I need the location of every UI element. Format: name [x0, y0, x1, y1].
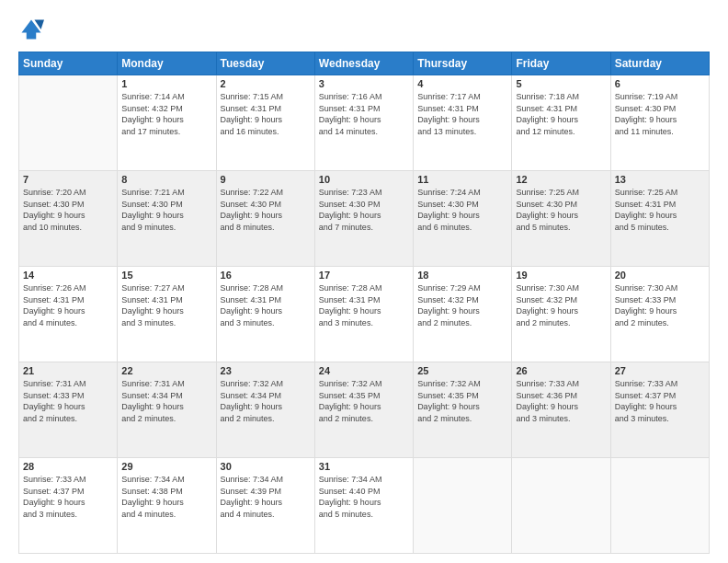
day-info: Sunrise: 7:15 AMSunset: 4:31 PMDaylight:…: [221, 91, 311, 137]
calendar-cell: 31Sunrise: 7:34 AMSunset: 4:40 PMDayligh…: [314, 458, 413, 554]
weekday-header-friday: Friday: [512, 52, 610, 75]
weekday-header-row: SundayMondayTuesdayWednesdayThursdayFrid…: [19, 52, 710, 75]
day-number: 19: [516, 270, 606, 281]
day-number: 7: [23, 174, 113, 185]
calendar-cell: 2Sunrise: 7:15 AMSunset: 4:31 PMDaylight…: [216, 75, 314, 171]
weekday-header-monday: Monday: [118, 52, 216, 75]
day-info: Sunrise: 7:25 AMSunset: 4:31 PMDaylight:…: [615, 187, 705, 233]
calendar-cell: 5Sunrise: 7:18 AMSunset: 4:31 PMDaylight…: [512, 75, 610, 171]
day-number: 15: [121, 270, 211, 281]
calendar-cell: 29Sunrise: 7:34 AMSunset: 4:38 PMDayligh…: [118, 458, 216, 554]
day-info: Sunrise: 7:33 AMSunset: 4:37 PMDaylight:…: [23, 474, 113, 520]
calendar-cell: [414, 458, 512, 554]
day-info: Sunrise: 7:30 AMSunset: 4:32 PMDaylight:…: [516, 282, 606, 328]
weekday-header-wednesday: Wednesday: [314, 52, 413, 75]
day-number: 16: [221, 270, 311, 281]
day-info: Sunrise: 7:31 AMSunset: 4:33 PMDaylight:…: [23, 378, 113, 424]
weekday-header-tuesday: Tuesday: [216, 52, 314, 75]
calendar-cell: 4Sunrise: 7:17 AMSunset: 4:31 PMDaylight…: [414, 75, 512, 171]
calendar-cell: 19Sunrise: 7:30 AMSunset: 4:32 PMDayligh…: [512, 267, 610, 362]
day-number: 10: [319, 174, 409, 185]
calendar-cell: 22Sunrise: 7:31 AMSunset: 4:34 PMDayligh…: [118, 362, 216, 458]
calendar-week-row: 1Sunrise: 7:14 AMSunset: 4:32 PMDaylight…: [19, 75, 710, 171]
calendar-cell: 12Sunrise: 7:25 AMSunset: 4:30 PMDayligh…: [512, 171, 610, 267]
day-info: Sunrise: 7:32 AMSunset: 4:34 PMDaylight:…: [221, 378, 311, 424]
day-info: Sunrise: 7:28 AMSunset: 4:31 PMDaylight:…: [221, 282, 311, 328]
calendar-cell: 23Sunrise: 7:32 AMSunset: 4:34 PMDayligh…: [216, 362, 314, 458]
day-number: 2: [221, 78, 311, 89]
calendar-cell: 25Sunrise: 7:32 AMSunset: 4:35 PMDayligh…: [414, 362, 512, 458]
day-info: Sunrise: 7:28 AMSunset: 4:31 PMDaylight:…: [319, 282, 409, 328]
day-info: Sunrise: 7:29 AMSunset: 4:32 PMDaylight:…: [417, 282, 507, 328]
calendar-cell: 30Sunrise: 7:34 AMSunset: 4:39 PMDayligh…: [216, 458, 314, 554]
day-number: 18: [417, 270, 507, 281]
day-info: Sunrise: 7:18 AMSunset: 4:31 PMDaylight:…: [516, 91, 606, 137]
calendar-cell: 9Sunrise: 7:22 AMSunset: 4:30 PMDaylight…: [216, 171, 314, 267]
day-info: Sunrise: 7:32 AMSunset: 4:35 PMDaylight:…: [319, 378, 409, 424]
day-number: 20: [615, 270, 705, 281]
day-info: Sunrise: 7:34 AMSunset: 4:38 PMDaylight:…: [121, 474, 211, 520]
day-info: Sunrise: 7:32 AMSunset: 4:35 PMDaylight:…: [417, 378, 507, 424]
day-info: Sunrise: 7:17 AMSunset: 4:31 PMDaylight:…: [417, 91, 507, 137]
calendar-cell: [19, 75, 118, 171]
day-number: 23: [221, 365, 311, 376]
day-info: Sunrise: 7:33 AMSunset: 4:36 PMDaylight:…: [516, 378, 606, 424]
day-number: 26: [516, 365, 606, 376]
day-info: Sunrise: 7:34 AMSunset: 4:40 PMDaylight:…: [319, 474, 409, 520]
day-info: Sunrise: 7:21 AMSunset: 4:30 PMDaylight:…: [121, 187, 211, 233]
calendar-cell: 16Sunrise: 7:28 AMSunset: 4:31 PMDayligh…: [216, 267, 314, 362]
calendar-cell: 27Sunrise: 7:33 AMSunset: 4:37 PMDayligh…: [610, 362, 709, 458]
calendar-cell: [610, 458, 709, 554]
calendar-cell: 1Sunrise: 7:14 AMSunset: 4:32 PMDaylight…: [118, 75, 216, 171]
calendar-cell: 21Sunrise: 7:31 AMSunset: 4:33 PMDayligh…: [19, 362, 118, 458]
calendar-cell: 13Sunrise: 7:25 AMSunset: 4:31 PMDayligh…: [610, 171, 709, 267]
day-info: Sunrise: 7:25 AMSunset: 4:30 PMDaylight:…: [516, 187, 606, 233]
day-number: 4: [417, 78, 507, 89]
calendar-week-row: 21Sunrise: 7:31 AMSunset: 4:33 PMDayligh…: [19, 362, 710, 458]
day-number: 30: [221, 461, 311, 472]
calendar-cell: 28Sunrise: 7:33 AMSunset: 4:37 PMDayligh…: [19, 458, 118, 554]
day-number: 21: [23, 365, 113, 376]
calendar-cell: [512, 458, 610, 554]
logo: [18, 17, 48, 42]
day-number: 11: [417, 174, 507, 185]
calendar-cell: 7Sunrise: 7:20 AMSunset: 4:30 PMDaylight…: [19, 171, 118, 267]
day-number: 9: [221, 174, 311, 185]
calendar-cell: 15Sunrise: 7:27 AMSunset: 4:31 PMDayligh…: [118, 267, 216, 362]
day-number: 13: [615, 174, 705, 185]
day-number: 17: [319, 270, 409, 281]
calendar-cell: 20Sunrise: 7:30 AMSunset: 4:33 PMDayligh…: [610, 267, 709, 362]
day-number: 12: [516, 174, 606, 185]
day-info: Sunrise: 7:20 AMSunset: 4:30 PMDaylight:…: [23, 187, 113, 233]
day-number: 14: [23, 270, 113, 281]
calendar-cell: 6Sunrise: 7:19 AMSunset: 4:30 PMDaylight…: [610, 75, 709, 171]
weekday-header-sunday: Sunday: [19, 52, 118, 75]
day-number: 1: [121, 78, 211, 89]
logo-icon: [18, 17, 44, 42]
day-number: 5: [516, 78, 606, 89]
day-info: Sunrise: 7:23 AMSunset: 4:30 PMDaylight:…: [319, 187, 409, 233]
calendar-cell: 24Sunrise: 7:32 AMSunset: 4:35 PMDayligh…: [314, 362, 413, 458]
calendar-cell: 26Sunrise: 7:33 AMSunset: 4:36 PMDayligh…: [512, 362, 610, 458]
calendar-week-row: 14Sunrise: 7:26 AMSunset: 4:31 PMDayligh…: [19, 267, 710, 362]
page: SundayMondayTuesdayWednesdayThursdayFrid…: [0, 0, 728, 563]
calendar-cell: 10Sunrise: 7:23 AMSunset: 4:30 PMDayligh…: [314, 171, 413, 267]
calendar-table: SundayMondayTuesdayWednesdayThursdayFrid…: [18, 52, 710, 554]
day-info: Sunrise: 7:14 AMSunset: 4:32 PMDaylight:…: [121, 91, 211, 137]
calendar-cell: 14Sunrise: 7:26 AMSunset: 4:31 PMDayligh…: [19, 267, 118, 362]
day-info: Sunrise: 7:19 AMSunset: 4:30 PMDaylight:…: [615, 91, 705, 137]
day-number: 31: [319, 461, 409, 472]
day-info: Sunrise: 7:26 AMSunset: 4:31 PMDaylight:…: [23, 282, 113, 328]
day-info: Sunrise: 7:34 AMSunset: 4:39 PMDaylight:…: [221, 474, 311, 520]
day-number: 22: [121, 365, 211, 376]
calendar-week-row: 7Sunrise: 7:20 AMSunset: 4:30 PMDaylight…: [19, 171, 710, 267]
day-number: 24: [319, 365, 409, 376]
day-info: Sunrise: 7:30 AMSunset: 4:33 PMDaylight:…: [615, 282, 705, 328]
calendar-cell: 8Sunrise: 7:21 AMSunset: 4:30 PMDaylight…: [118, 171, 216, 267]
day-number: 29: [121, 461, 211, 472]
day-info: Sunrise: 7:27 AMSunset: 4:31 PMDaylight:…: [121, 282, 211, 328]
calendar-cell: 17Sunrise: 7:28 AMSunset: 4:31 PMDayligh…: [314, 267, 413, 362]
calendar-week-row: 28Sunrise: 7:33 AMSunset: 4:37 PMDayligh…: [19, 458, 710, 554]
weekday-header-saturday: Saturday: [610, 52, 709, 75]
calendar-cell: 11Sunrise: 7:24 AMSunset: 4:30 PMDayligh…: [414, 171, 512, 267]
